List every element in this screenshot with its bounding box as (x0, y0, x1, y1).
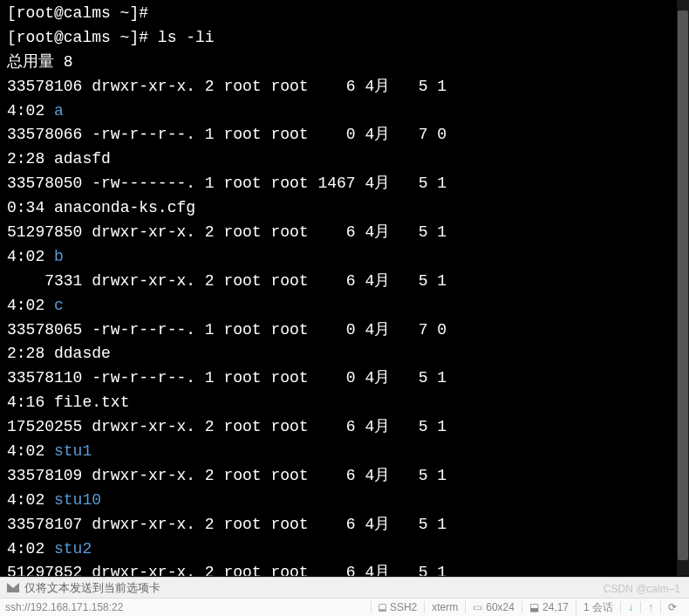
ls-row-wrap: 4:16 file.txt (7, 391, 682, 415)
watermark: CSDN @calm–1 (604, 583, 680, 595)
file-name: anaconda-ks.cfg (54, 199, 195, 216)
ls-row-wrap: 2:28 adasfd (7, 147, 682, 172)
host-label: ssh://192.168.171.158:22 (5, 601, 130, 613)
ls-row: 33578109 drwxr-xr-x. 2 root root 6 4月 5 … (7, 464, 682, 489)
term-size: ▭ 60x24 (465, 601, 522, 613)
session-count: 1 会话 (576, 600, 620, 615)
status-text: 仅将文本发送到当前选项卡 (24, 580, 160, 596)
prompt-line: [root@calms ~]# (7, 2, 682, 26)
bottom-bar: ssh://192.168.171.158:22 SSH2 xterm ▭ 60… (0, 598, 689, 616)
ls-row: 33578106 drwxr-xr-x. 2 root root 6 4月 5 … (7, 75, 682, 99)
more-icon[interactable]: ⟳ (660, 601, 684, 613)
ls-row-wrap: 4:02 stu10 (7, 489, 682, 513)
ls-row: 33578066 -rw-r--r--. 1 root root 0 4月 7 … (7, 123, 682, 147)
ls-row-wrap: 4:02 b (7, 245, 682, 270)
ls-row: 17520255 drwxr-xr-x. 2 root root 6 4月 5 … (7, 415, 682, 440)
upload-icon[interactable]: ↑ (640, 601, 660, 613)
file-name: c (54, 297, 64, 314)
scrollbar-thumb[interactable] (678, 10, 688, 560)
mail-icon (7, 583, 19, 592)
file-name: a (54, 102, 64, 120)
download-icon[interactable]: ↓ (620, 601, 640, 613)
ls-row-wrap: 4:02 c (7, 294, 682, 318)
file-name: adasfd (54, 150, 111, 168)
ls-row-wrap: 4:02 stu2 (7, 537, 682, 562)
ls-row: 33578110 -rw-r--r--. 1 root root 0 4月 5 … (7, 366, 682, 391)
ls-row-wrap: 4:02 stu1 (7, 440, 682, 464)
ls-row: 33578050 -rw-------. 1 root root 1467 4月… (7, 172, 682, 196)
status-bar: 仅将文本发送到当前选项卡 (0, 577, 689, 598)
cursor-pos: ⬓ 24,17 (522, 601, 576, 613)
scrollbar[interactable] (677, 0, 689, 576)
ls-row: 51297852 drwxr-xr-x. 2 root root 6 4月 5 … (7, 561, 682, 576)
ls-row: 7331 drwxr-xr-x. 2 root root 6 4月 5 1 (7, 270, 682, 294)
file-name: stu10 (54, 491, 101, 509)
ssh-label: SSH2 (371, 601, 424, 613)
ls-row: 33578107 drwxr-xr-x. 2 root root 6 4月 5 … (7, 513, 682, 537)
file-name: stu1 (54, 442, 92, 460)
ls-row-wrap: 4:02 a (7, 99, 682, 124)
command-line: [root@calms ~]# ls -li (7, 26, 682, 51)
ls-row: 51297850 drwxr-xr-x. 2 root root 6 4月 5 … (7, 221, 682, 245)
ls-row-wrap: 0:34 anaconda-ks.cfg (7, 196, 682, 221)
file-name: ddasde (54, 345, 111, 362)
ls-row-wrap: 2:28 ddasde (7, 342, 682, 366)
file-name: file.txt (54, 394, 129, 411)
file-name: stu2 (54, 540, 92, 558)
term-type: xterm (424, 601, 465, 613)
ls-row: 33578065 -rw-r--r--. 1 root root 0 4月 7 … (7, 318, 682, 343)
lock-icon (379, 604, 386, 612)
terminal-output[interactable]: [root@calms ~]# [root@calms ~]# ls -li总用… (0, 0, 689, 576)
file-name: b (54, 248, 64, 265)
total-line: 总用量 8 (7, 51, 682, 75)
